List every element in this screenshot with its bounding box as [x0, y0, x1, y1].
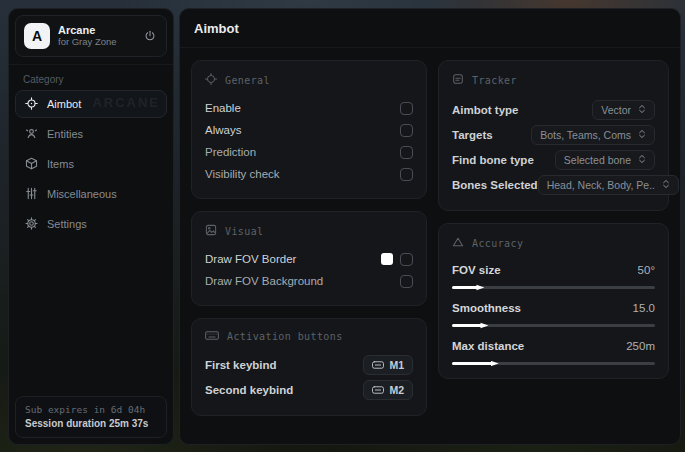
accuracy-card: Accuracy FOV size 50° Smoothness	[438, 223, 669, 379]
find-bone-type-select[interactable]: Selected bone	[555, 150, 655, 170]
unfold-icon	[662, 179, 670, 191]
unfold-icon	[638, 129, 646, 141]
sidebar-item-entities[interactable]: Entities	[15, 120, 167, 148]
smoothness-slider[interactable]	[452, 324, 655, 327]
tracker-section-title: Tracker	[472, 75, 517, 86]
smoothness-group: Smoothness 15.0	[452, 298, 655, 327]
setting-row-enable: Enable	[205, 97, 413, 119]
fov-size-value: 50°	[638, 264, 655, 276]
setting-row-bones-selected: Bones Selected Head, Neck, Body, Pe..	[452, 172, 655, 197]
sidebar-item-label: Miscellaneous	[47, 188, 117, 200]
setting-row-second-keybind: Second keybind M2	[205, 377, 413, 402]
max-distance-value: 250m	[626, 340, 655, 352]
category-label: Category	[23, 74, 159, 85]
app-logo: A	[24, 23, 50, 49]
fov-size-group: FOV size 50°	[452, 260, 655, 289]
cube-icon	[25, 157, 38, 172]
draw-fov-border-checkbox[interactable]	[400, 253, 413, 266]
targets-select[interactable]: Bots, Teams, Coms	[531, 125, 655, 145]
fov-size-slider[interactable]	[452, 286, 655, 289]
image-icon	[205, 224, 217, 238]
unfold-icon	[638, 154, 646, 166]
app-card: A Arcane for Gray Zone	[15, 15, 167, 57]
setting-row-draw-fov-background: Draw FOV Background	[205, 270, 413, 292]
keyboard-icon	[205, 331, 219, 342]
first-keybind-button[interactable]: M1	[363, 355, 413, 375]
sidebar-item-label: Settings	[47, 218, 87, 230]
main-header: Aimbot	[180, 9, 680, 48]
second-keybind-button[interactable]: M2	[363, 380, 413, 400]
setting-row-aimbot-type: Aimbot type Vector	[452, 97, 655, 122]
sidebar-nav: Aimbot ARCANE Entities Items Miscellane	[9, 90, 173, 238]
scan-icon	[452, 73, 464, 87]
general-icon	[205, 73, 217, 87]
page-title: Aimbot	[194, 21, 666, 36]
sidebar-item-items[interactable]: Items	[15, 150, 167, 178]
max-distance-slider[interactable]	[452, 362, 655, 365]
person-icon	[25, 127, 38, 142]
accuracy-section-title: Accuracy	[472, 238, 523, 249]
gear-icon	[25, 217, 38, 232]
general-section-title: General	[225, 75, 270, 86]
fov-border-color-swatch[interactable]	[381, 253, 393, 265]
tracker-card: Tracker Aimbot type Vector Targets	[438, 60, 669, 211]
setting-row-targets: Targets Bots, Teams, Coms	[452, 122, 655, 147]
always-checkbox[interactable]	[400, 124, 413, 137]
visibility-check-checkbox[interactable]	[400, 168, 413, 181]
sidebar-item-label: Items	[47, 158, 74, 170]
setting-row-visibility-check: Visibility check	[205, 163, 413, 185]
prediction-checkbox[interactable]	[400, 146, 413, 159]
app-name: Arcane	[58, 24, 134, 37]
setting-row-draw-fov-border: Draw FOV Border	[205, 248, 413, 270]
sidebar-item-label: Aimbot	[47, 98, 81, 110]
subscription-footer: Sub expires in 6d 04h Session duration 2…	[15, 396, 167, 438]
session-duration-text: Session duration 25m 37s	[25, 418, 157, 429]
triangle-icon	[452, 236, 464, 250]
sub-expires-text: Sub expires in 6d 04h	[25, 404, 157, 415]
sidebar-item-label: Entities	[47, 128, 83, 140]
keybind-icon	[372, 384, 384, 396]
max-distance-group: Max distance 250m	[452, 336, 655, 365]
sidebar-header: A Arcane for Gray Zone	[9, 9, 173, 65]
general-card: General Enable Always Prediction	[191, 60, 427, 199]
main-panel: Aimbot General Enable	[179, 8, 681, 445]
setting-row-prediction: Prediction	[205, 141, 413, 163]
sidebar-item-aimbot[interactable]: Aimbot ARCANE	[15, 90, 167, 118]
activation-section-title: Activation buttons	[227, 331, 343, 342]
activation-buttons-card: Activation buttons First keybind M1 Seco…	[191, 318, 427, 416]
game-background: A Arcane for Gray Zone Category Aimbot A…	[0, 0, 685, 452]
smoothness-value: 15.0	[633, 302, 655, 314]
setting-row-first-keybind: First keybind M1	[205, 352, 413, 377]
keybind-icon	[372, 359, 384, 371]
enable-checkbox[interactable]	[400, 102, 413, 115]
sliders-icon	[25, 187, 38, 202]
draw-fov-background-checkbox[interactable]	[400, 275, 413, 288]
sidebar-item-miscellaneous[interactable]: Miscellaneous	[15, 180, 167, 208]
app-subtitle: for Gray Zone	[58, 37, 134, 48]
bones-selected-select[interactable]: Head, Neck, Body, Pe..	[538, 175, 679, 195]
power-icon[interactable]	[142, 28, 158, 44]
setting-row-find-bone-type: Find bone type Selected bone	[452, 147, 655, 172]
arcane-watermark: ARCANE	[92, 95, 160, 110]
crosshair-icon	[25, 97, 38, 112]
visual-card: Visual Draw FOV Border Draw FOV Backgrou…	[191, 211, 427, 306]
aimbot-type-select[interactable]: Vector	[592, 100, 655, 120]
sidebar: A Arcane for Gray Zone Category Aimbot A…	[8, 8, 174, 445]
unfold-icon	[638, 104, 646, 116]
setting-row-always: Always	[205, 119, 413, 141]
visual-section-title: Visual	[225, 226, 264, 237]
sidebar-item-settings[interactable]: Settings	[15, 210, 167, 238]
